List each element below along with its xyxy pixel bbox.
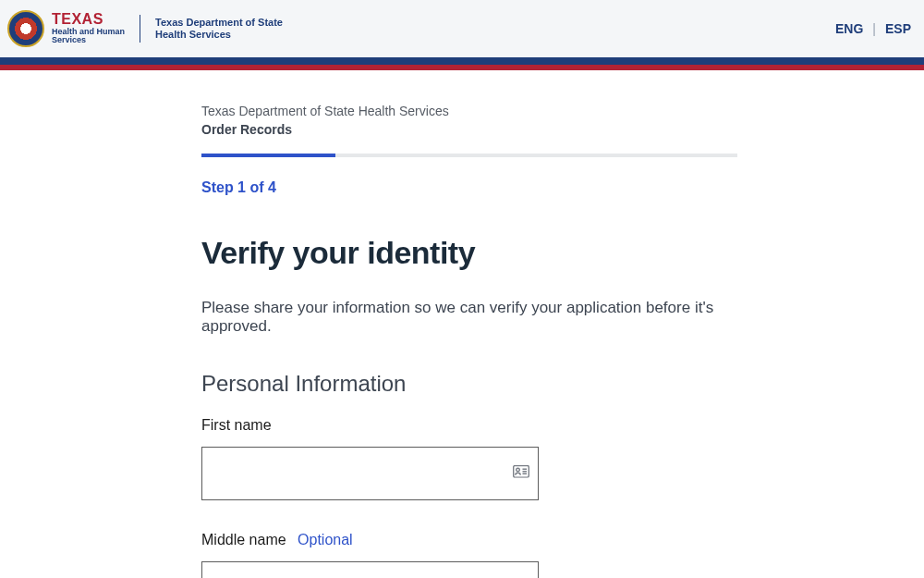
breadcrumb: Texas Department of State Health Service… [201, 104, 737, 137]
page-title: Verify your identity [201, 235, 737, 271]
middle-name-label-text: Middle name [201, 532, 286, 547]
brand-dept-line1: Texas Department of State [155, 17, 283, 29]
progress-fill [201, 154, 335, 157]
first-name-input-wrap [201, 434, 539, 500]
stripe-red [0, 65, 924, 70]
brand-texas: TEXAS Health and Human Services [52, 12, 125, 45]
page-lead: Please share your information so we can … [201, 299, 737, 336]
language-switch: ENG | ESP [835, 21, 911, 36]
brand-dept-line2: Health Services [155, 29, 283, 41]
first-name-label: First name [201, 417, 737, 434]
brand-block: TEXAS Health and Human Services Texas De… [7, 10, 283, 47]
breadcrumb-line1: Texas Department of State Health Service… [201, 104, 449, 118]
brand-texas-sub2: Services [52, 36, 125, 44]
middle-name-optional: Optional [298, 532, 353, 547]
state-seal-icon [7, 10, 44, 47]
brand-divider [140, 15, 140, 43]
breadcrumb-line2: Order Records [201, 122, 737, 137]
header-stripe [0, 57, 924, 70]
lang-esp[interactable]: ESP [885, 21, 911, 36]
main-content: Texas Department of State Health Service… [201, 104, 737, 578]
brand-texas-title: TEXAS [52, 12, 125, 28]
lang-separator: | [872, 21, 876, 36]
section-heading: Personal Information [201, 371, 737, 397]
top-header: TEXAS Health and Human Services Texas De… [0, 0, 924, 57]
step-indicator: Step 1 of 4 [201, 179, 737, 196]
brand-department: Texas Department of State Health Service… [155, 17, 283, 40]
stripe-blue [0, 57, 924, 65]
lang-eng[interactable]: ENG [835, 21, 863, 36]
middle-name-label: Middle name Optional [201, 532, 737, 548]
first-name-input[interactable] [201, 447, 539, 500]
progress-bar [201, 154, 737, 157]
field-first-name: First name [201, 417, 737, 500]
middle-name-input[interactable] [201, 561, 539, 578]
field-middle-name: Middle name Optional [201, 532, 737, 578]
